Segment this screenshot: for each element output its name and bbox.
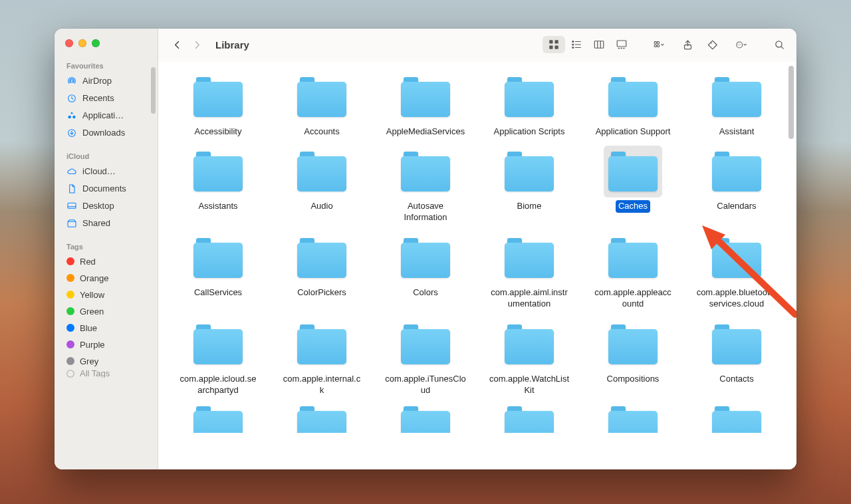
sidebar: Favourites AirDropRecentsApplicati…Downl… — [55, 29, 158, 469]
folder-biome[interactable]: Biome — [483, 143, 576, 213]
sidebar-item-recents[interactable]: Recents — [55, 90, 154, 107]
sidebar-item-applicati[interactable]: Applicati… — [55, 107, 154, 124]
svg-rect-10 — [549, 46, 552, 49]
sidebar-item-label: iCloud… — [82, 166, 116, 176]
folder-label: com.apple.icloud.searchpartyd — [175, 373, 261, 397]
list-view-button[interactable] — [565, 36, 588, 53]
svg-point-14 — [572, 44, 574, 45]
sidebar-item-desktop[interactable]: Desktop — [55, 197, 154, 215]
sidebar-item-label: Downloads — [82, 128, 125, 138]
sidebar-item-airdrop[interactable]: AirDrop — [55, 72, 154, 90]
sidebar-tag-grey[interactable]: Grey — [55, 353, 154, 370]
folder-applemediaservices[interactable]: AppleMediaServices — [379, 68, 472, 138]
window-title: Library — [211, 39, 249, 51]
folder-label: Accounts — [301, 126, 342, 138]
forward-button[interactable] — [187, 35, 206, 54]
folder-com-apple-itunescloud[interactable]: com.apple.iTunesCloud — [379, 316, 472, 397]
tags-button[interactable] — [705, 35, 721, 54]
sidebar-tag-blue[interactable]: Blue — [55, 320, 154, 336]
sidebar-scrollbar-thumb[interactable] — [151, 67, 156, 114]
more-actions-button[interactable] — [730, 35, 751, 54]
folder-contacts[interactable]: Contacts — [690, 316, 783, 386]
svg-rect-8 — [549, 40, 552, 43]
maximize-window-button[interactable] — [92, 39, 100, 47]
folder-icon — [604, 232, 662, 284]
folder-application-scripts[interactable]: Application Scripts — [483, 68, 576, 138]
sidebar-item-downloads[interactable]: Downloads — [55, 124, 154, 142]
group-by-button[interactable] — [648, 35, 670, 54]
column-view-button[interactable] — [588, 36, 610, 53]
sidebar-scroll[interactable]: Favourites AirDropRecentsApplicati…Downl… — [55, 57, 158, 469]
folder-colorpickers[interactable]: ColorPickers — [275, 229, 368, 299]
folder-label: com.apple.aiml.instrumentation — [486, 287, 572, 311]
folder-icon — [293, 232, 351, 284]
folder-com-apple-appleaccountd[interactable]: com.apple.appleaccountd — [586, 229, 679, 311]
sidebar-tag-purple[interactable]: Purple — [55, 336, 154, 353]
share-button[interactable] — [679, 35, 695, 54]
finder-window: Favourites AirDropRecentsApplicati…Downl… — [55, 29, 796, 469]
sidebar-section-favourites: Favourites — [55, 57, 154, 72]
tag-dot-icon — [66, 291, 74, 299]
sidebar-item-documents[interactable]: Documents — [55, 180, 154, 197]
folder-label: Biome — [515, 200, 545, 213]
sidebar-item-label: Green — [80, 307, 104, 316]
cloud-icon — [66, 166, 77, 177]
svg-rect-28 — [657, 45, 659, 47]
folder-compositions[interactable]: Compositions — [586, 316, 679, 386]
folder-com-apple-internal-ck[interactable]: com.apple.internal.ck — [275, 316, 368, 397]
folder-com-apple-aiml-instrumentation[interactable]: com.apple.aiml.instrumentation — [483, 229, 576, 311]
folder-com-apple-bluetooth-services-cloud[interactable]: com.apple.bluetooth.services.cloud — [690, 229, 783, 311]
folder-item[interactable] — [275, 402, 368, 433]
minimize-window-button[interactable] — [78, 39, 86, 47]
sidebar-item-label: Red — [80, 257, 96, 267]
sidebar-item-shared[interactable]: Shared — [55, 215, 154, 232]
folder-item[interactable] — [483, 402, 576, 433]
folder-assistants[interactable]: Assistants — [172, 143, 265, 213]
sidebar-tag-green[interactable]: Green — [55, 303, 154, 320]
folder-item[interactable] — [586, 402, 679, 433]
folder-icon — [604, 71, 662, 123]
folder-com-apple-icloud-searchpartyd[interactable]: com.apple.icloud.searchpartyd — [172, 316, 265, 397]
folder-callservices[interactable]: CallServices — [172, 229, 265, 299]
folder-audio[interactable]: Audio — [275, 143, 368, 213]
sidebar-tag-orange[interactable]: Orange — [55, 270, 154, 287]
folder-icon — [604, 146, 662, 197]
folder-label: Audio — [308, 200, 335, 213]
svg-point-30 — [710, 42, 711, 43]
folder-calendars[interactable]: Calendars — [690, 143, 783, 213]
folder-autosave-information[interactable]: Autosave Information — [379, 143, 472, 224]
sidebar-tag-yellow[interactable]: Yellow — [55, 287, 154, 303]
folder-label: com.apple.iTunesCloud — [382, 373, 469, 397]
close-window-button[interactable] — [65, 39, 73, 47]
back-button[interactable] — [168, 35, 186, 54]
folder-assistant[interactable]: Assistant — [690, 68, 783, 138]
folder-item[interactable] — [690, 402, 783, 433]
svg-point-12 — [572, 41, 574, 43]
folder-label: com.apple.WatchListKit — [486, 373, 572, 397]
folder-label: com.apple.bluetooth.services.cloud — [693, 287, 780, 311]
content-scrollbar-thumb[interactable] — [789, 66, 794, 139]
sidebar-section-icloud: iCloud — [55, 142, 154, 163]
folder-application-support[interactable]: Application Support — [586, 68, 679, 138]
gallery-view-button[interactable] — [610, 36, 633, 53]
sidebar-tag-red[interactable]: Red — [55, 253, 154, 270]
search-button[interactable] — [771, 35, 787, 54]
folder-com-apple-watchlistkit[interactable]: com.apple.WatchListKit — [483, 316, 576, 397]
folder-item[interactable] — [379, 402, 472, 433]
folder-accessibility[interactable]: Accessibility — [172, 68, 265, 138]
svg-rect-5 — [68, 203, 76, 208]
folder-accounts[interactable]: Accounts — [275, 68, 368, 138]
folder-label: Accessibility — [192, 126, 245, 138]
folder-icon — [396, 318, 455, 370]
sidebar-section-tags: Tags — [55, 232, 154, 253]
svg-rect-27 — [654, 45, 656, 47]
sidebar-item-icloud[interactable]: iCloud… — [55, 163, 154, 180]
folder-icon — [707, 71, 766, 123]
folder-colors[interactable]: Colors — [379, 229, 472, 299]
content-area[interactable]: Accessibility Accounts AppleMediaService… — [158, 62, 796, 469]
folder-item[interactable] — [172, 402, 265, 433]
icon-view-button[interactable] — [543, 36, 565, 53]
sidebar-tag-alltags[interactable]: All Tags — [55, 370, 154, 378]
folder-caches[interactable]: Caches — [586, 143, 679, 213]
folder-icon — [293, 146, 351, 197]
